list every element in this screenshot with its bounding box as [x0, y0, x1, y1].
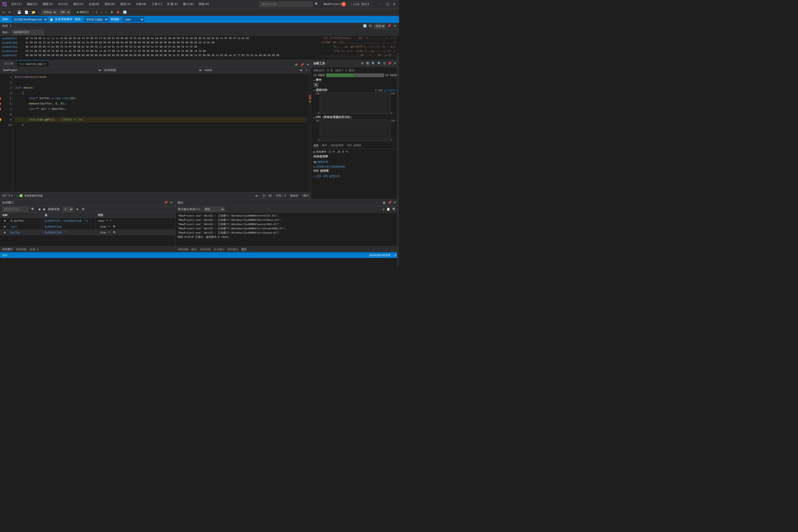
auto-close-button[interactable]: ✕: [169, 201, 173, 205]
diag-settings-button[interactable]: ⚙: [360, 61, 364, 65]
diagnostics-scrollbar[interactable]: [397, 53, 399, 266]
depth-select[interactable]: 3: [63, 207, 73, 212]
menu-build[interactable]: 生成(B): [87, 2, 102, 7]
global-scope-select[interactable]: (全局范围): [103, 68, 203, 73]
restart-button[interactable]: 🔄: [122, 10, 128, 15]
editor-close-button[interactable]: ✕: [306, 63, 310, 67]
memory-addr-input[interactable]: [12, 30, 44, 35]
step-into-button[interactable]: ↓: [99, 10, 103, 15]
menu-file[interactable]: 文件(F): [9, 2, 24, 7]
menu-extensions[interactable]: 扩展(X): [165, 2, 180, 7]
process-select[interactable]: [12192] NewProject.exe: [12, 17, 48, 22]
thread-select[interactable]: [6416] 主线程: [84, 17, 108, 22]
source-control-label[interactable]: 添加到源代码管理: [369, 253, 391, 257]
auto-search-input[interactable]: [2, 207, 29, 212]
expand-arrow-2[interactable]: ▶: [2, 230, 8, 235]
diag-fit-button[interactable]: ⊡: [382, 61, 386, 65]
auto-next-button[interactable]: ▶: [42, 207, 46, 211]
menu-analyze[interactable]: 分析(N): [134, 2, 149, 7]
output-source-select[interactable]: 调试: [204, 207, 225, 212]
diag-zoom-in-button[interactable]: 🔍: [371, 61, 376, 65]
auto-prev-button[interactable]: ◀: [37, 207, 41, 211]
output-copy-button[interactable]: 📋: [386, 207, 391, 211]
output-pin-button[interactable]: 📌: [387, 201, 392, 205]
close-button[interactable]: ✕: [392, 2, 397, 7]
expand-arrow-1[interactable]: ▶: [2, 224, 8, 229]
output-tab-immediate[interactable]: 即时窗口: [228, 248, 238, 251]
save-button[interactable]: 💾: [16, 10, 22, 15]
auto-search-button[interactable]: 🔍: [30, 207, 36, 211]
menu-tools[interactable]: 工具(T): [150, 2, 165, 7]
memory-close-button[interactable]: ✕: [393, 24, 397, 28]
diag-zoom-out-button[interactable]: 🔍: [377, 61, 382, 65]
memory-pin-button[interactable]: 📌: [386, 24, 392, 28]
output-tab-breakpoints[interactable]: 断点: [191, 248, 197, 251]
auto-pin-button[interactable]: 📌: [163, 201, 169, 205]
capture-snapshot-button[interactable]: 📷 截取快照: [314, 159, 397, 165]
heap-analysis-button[interactable]: ⊞ 启用堆分析(会影响性能): [314, 165, 397, 169]
output-tab-output[interactable]: 输出: [242, 247, 247, 251]
continue-button[interactable]: ▶ 继续(C): [75, 10, 90, 15]
breakpoint-warning-9[interactable]: ⚠: [0, 118, 1, 121]
breakpoint-5[interactable]: [0, 97, 1, 100]
output-tab-exceptions[interactable]: 异常设置: [200, 248, 211, 251]
diag-pin-button[interactable]: 📌: [387, 61, 392, 65]
step-out-button[interactable]: ↑: [104, 10, 108, 15]
auto-filter-button[interactable]: ▼: [75, 208, 79, 211]
output-find-button[interactable]: 🔍: [392, 207, 397, 211]
tab-source-cpp[interactable]: C++ source.cpp ✕: [17, 60, 49, 67]
expand-arrow-0[interactable]: ▶: [2, 218, 8, 224]
minimize-button[interactable]: －: [377, 2, 384, 7]
output-tab-callstack[interactable]: 调用堆栈: [178, 248, 188, 251]
record-cpu-button[interactable]: ○ 记录 CPU 配置文件: [314, 174, 397, 179]
arch-select[interactable]: x86: [58, 10, 71, 15]
tab-disassembly[interactable]: 反汇编: [1, 60, 17, 67]
redo-button[interactable]: ↪: [7, 10, 12, 15]
auto-search-type-2[interactable]: 🔍: [112, 231, 117, 234]
code-area[interactable]: #include<iostream> □int main() { char* b…: [13, 73, 309, 192]
diag-tab-events[interactable]: 事件: [322, 144, 327, 148]
live-share-button[interactable]: ⚡ Live Share: [348, 2, 372, 6]
editor-add-button[interactable]: ＋: [304, 68, 309, 72]
editor-scrollbar[interactable]: [309, 73, 311, 192]
project-scope-select[interactable]: NewProject: [2, 68, 102, 73]
debug-config-select[interactable]: Debug: [41, 10, 57, 15]
memory-col-select[interactable]: 自动: [374, 24, 385, 28]
undo-button[interactable]: ↩: [1, 10, 6, 15]
memory-refresh-button[interactable]: 🔄: [362, 24, 367, 28]
stop-button[interactable]: ⏹: [115, 10, 121, 15]
global-search-input[interactable]: [259, 2, 312, 7]
output-clear-button[interactable]: 🗑: [382, 201, 386, 205]
auto-search-type-1[interactable]: 🔍: [112, 225, 117, 228]
open-file-button[interactable]: 📂: [31, 10, 37, 15]
diag-snapshot-button[interactable]: 📸: [365, 61, 370, 65]
menu-window[interactable]: 窗口(W): [181, 2, 196, 7]
auto-format-button[interactable]: ⊞: [81, 207, 85, 211]
auto-tab-auto[interactable]: 自动窗口: [2, 247, 13, 251]
new-file-button[interactable]: 📄: [23, 10, 30, 15]
diag-tab-memory[interactable]: 内存使用率: [330, 144, 344, 148]
auto-tab-locals[interactable]: 局部变量: [16, 248, 26, 251]
output-tab-command[interactable]: 命令窗口: [214, 248, 225, 251]
menu-help[interactable]: 帮助(H): [196, 2, 212, 7]
pause-button[interactable]: ⏸: [109, 10, 114, 15]
menu-git[interactable]: Git(G): [56, 2, 71, 7]
tab-close-icon[interactable]: ✕: [44, 62, 45, 65]
editor-pin-button[interactable]: 📌: [300, 63, 305, 67]
auto-tab-watch[interactable]: 监视 1: [30, 248, 38, 251]
step-over-button[interactable]: ⤵: [95, 10, 98, 15]
menu-project[interactable]: 项目(P): [71, 2, 86, 7]
diag-tab-cpu[interactable]: CPU 使用率: [347, 144, 361, 148]
menu-test[interactable]: 测试(S): [118, 2, 133, 7]
menu-view[interactable]: 视图(V): [40, 2, 56, 7]
maximize-button[interactable]: □: [385, 2, 390, 7]
output-wrap-button[interactable]: ≡: [382, 207, 385, 211]
zoom-level[interactable]: 157 % ▼: [2, 194, 13, 197]
breakpoint-6[interactable]: [0, 102, 1, 105]
diag-close-button[interactable]: ✕: [393, 61, 397, 65]
output-close-button[interactable]: ✕: [393, 201, 397, 205]
stack-select[interactable]: main: [123, 17, 144, 22]
menu-debug[interactable]: 调试(D): [102, 2, 118, 7]
breakpoint-7[interactable]: [0, 108, 1, 110]
function-scope-select[interactable]: main(): [204, 68, 303, 73]
